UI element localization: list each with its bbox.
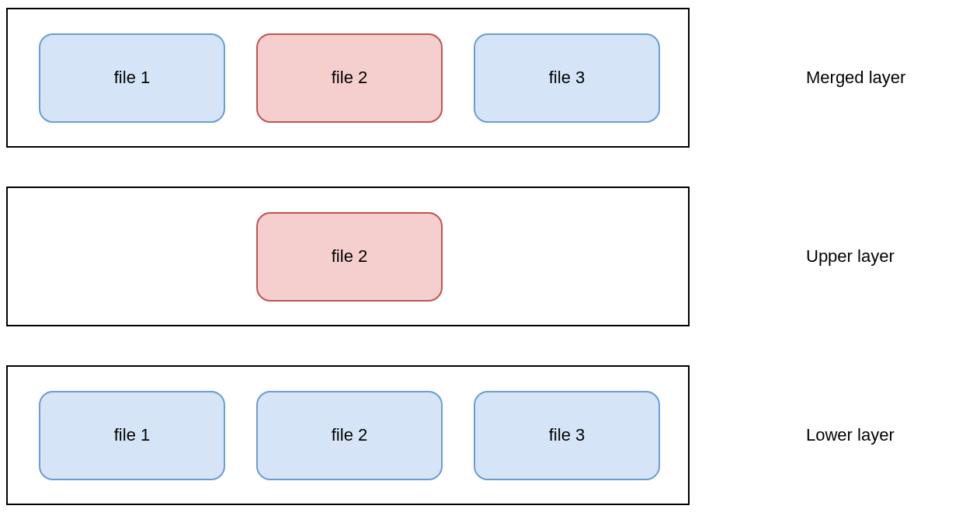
upper-layer-box: file 2 — [6, 187, 690, 326]
upper-layer-row: file 2 Upper layer — [6, 187, 980, 326]
merged-layer-row: file 1 file 2 file 3 Merged layer — [6, 8, 980, 148]
file-box: file 1 — [39, 391, 225, 480]
file-label: file 1 — [114, 425, 150, 445]
merged-layer-label: Merged layer — [806, 68, 905, 88]
lower-layer-box: file 1 file 2 file 3 — [6, 365, 690, 505]
file-box: file 2 — [256, 391, 443, 480]
file-label: file 2 — [332, 68, 367, 88]
file-box: file 3 — [474, 33, 660, 123]
file-box: file 2 — [256, 212, 443, 302]
file-label: file 2 — [332, 425, 367, 445]
file-label: file 2 — [332, 246, 367, 267]
file-box: file 3 — [474, 391, 660, 480]
lower-layer-row: file 1 file 2 file 3 Lower layer — [6, 365, 980, 505]
file-box: file 2 — [256, 33, 443, 123]
lower-layer-label: Lower layer — [806, 425, 895, 445]
merged-layer-box: file 1 file 2 file 3 — [6, 8, 690, 148]
file-label: file 1 — [114, 68, 150, 88]
file-label: file 3 — [549, 425, 585, 445]
file-box: file 1 — [39, 33, 225, 123]
upper-layer-label: Upper layer — [806, 246, 895, 267]
file-label: file 3 — [549, 68, 585, 88]
